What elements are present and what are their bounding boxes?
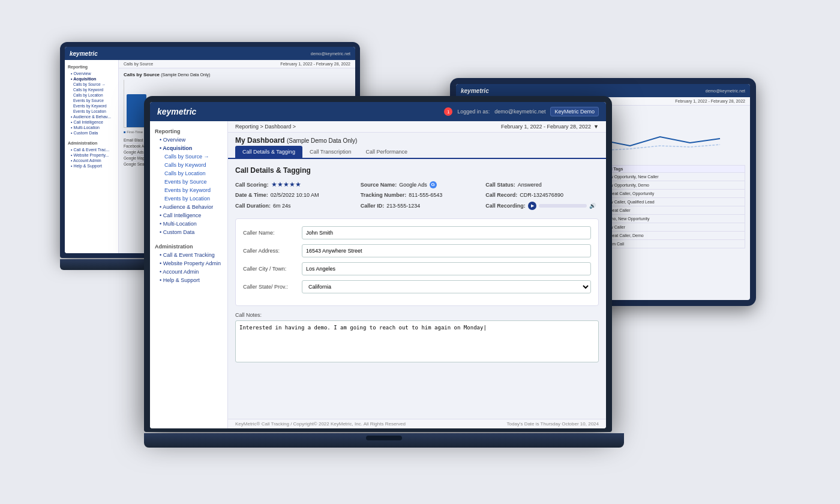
caller-city-input[interactable]	[302, 262, 591, 275]
administration-section: Administration	[150, 241, 227, 251]
page-title: My Dashboard (Sample Demo Data Only)	[228, 133, 606, 146]
tab-call-transcription[interactable]: Call Transcription	[302, 146, 359, 158]
breadcrumb: Reporting > Dashboard >	[235, 124, 296, 130]
sidebar-item-acquisition[interactable]: • Acquisition	[150, 144, 227, 152]
sidebar-item-help-support[interactable]: • Help & Support	[150, 276, 227, 284]
caller-name-row: Caller Name:	[243, 226, 591, 239]
laptop-front-base	[144, 433, 624, 448]
caller-name-label: Caller Name:	[243, 230, 297, 236]
sidebar-item-audience[interactable]: • Audience & Behavior	[150, 203, 227, 211]
sidebar-item-calls-by-keyword[interactable]: Calls by Keyword	[150, 161, 227, 169]
back-left-header: keymetric demo@keymetric.net	[65, 47, 355, 60]
laptop-front: keymetric 1 Logged in as: demo@keymetric…	[144, 96, 624, 480]
sidebar-item-account-admin[interactable]: • Account Admin	[150, 268, 227, 276]
call-notes-label: Call Notes:	[235, 312, 599, 318]
call-scoring-item: Call Scoring: ★★★★★	[235, 181, 349, 188]
back-right-user: demo@keymetric.net	[706, 89, 745, 93]
caller-state-label: Caller State/ Prov.:	[243, 284, 297, 290]
sidebar-item-call-event-tracking[interactable]: • Call & Event Tracking	[150, 251, 227, 259]
back-right-logo: keymetric	[461, 88, 489, 94]
main-header: keymetric 1 Logged in as: demo@keymetric…	[150, 102, 606, 121]
audio-progress-bar	[539, 204, 587, 208]
sidebar-item-calls-by-source[interactable]: Calls by Source →	[150, 152, 227, 161]
caller-name-input[interactable]	[302, 226, 591, 239]
sidebar-item-events-by-location[interactable]: Events by Location	[150, 194, 227, 203]
notification-bell[interactable]: 1	[444, 107, 452, 116]
call-duration-item: Call Duration: 6m 24s	[235, 202, 349, 210]
reporting-section: Reporting	[150, 126, 227, 136]
header-right: 1 Logged in as: demo@keymetric.net KeyMe…	[444, 107, 599, 116]
play-button[interactable]	[528, 202, 536, 210]
sidebar-item-overview[interactable]: • Overview	[150, 136, 227, 144]
tab-bar: Call Details & Tagging Call Transcriptio…	[228, 146, 606, 159]
speaker-icon: 🔊	[589, 203, 596, 209]
call-recording-item: Call Recording: 🔊	[485, 202, 599, 210]
google-icon: G	[430, 181, 437, 188]
caller-city-row: Caller City / Town:	[243, 262, 591, 275]
caller-address-row: Caller Address:	[243, 244, 591, 257]
call-stars: ★★★★★	[271, 181, 301, 188]
sidebar-item-website-property[interactable]: • Website Property Admin	[150, 259, 227, 268]
sidebar-item-call-intelligence[interactable]: • Call Intelligence	[150, 211, 227, 220]
call-notes-section: Call Notes: Interested in having a demo.…	[235, 312, 599, 365]
back-left-date-range: Calls by Source February 1, 2022 - Febru…	[119, 60, 355, 68]
caller-city-label: Caller City / Town:	[243, 266, 297, 272]
back-right-header: keymetric demo@keymetric.net	[456, 84, 750, 97]
caller-id-item: Caller ID: 213-555-1234	[361, 202, 474, 210]
caller-form: Caller Name: Caller Address: Caller City…	[235, 218, 599, 306]
main-logo: keymetric	[157, 107, 196, 116]
caller-address-label: Caller Address:	[243, 248, 297, 254]
source-name-item: Source Name: Google Ads G	[361, 181, 474, 188]
main-sidebar: Reporting • Overview • Acquisition Calls…	[150, 121, 228, 428]
sidebar-item-multi-location[interactable]: • Multi-Location	[150, 220, 227, 228]
back-left-sidebar: Reporting • Overview • Acquisition Calls…	[65, 60, 119, 253]
demo-dropdown[interactable]: KeyMetric Demo	[550, 107, 599, 116]
sidebar-item-custom-data[interactable]: • Custom Data	[150, 228, 227, 236]
sidebar-item-calls-by-location[interactable]: Calls by Location	[150, 169, 227, 178]
tracking-number-item: Tracking Number: 811-555-6543	[361, 192, 474, 198]
tab-call-performance[interactable]: Call Performance	[358, 146, 415, 158]
back-left-logo: keymetric	[70, 50, 98, 57]
date-range-selector[interactable]: February 1, 2022 - February 28, 2022 ▼	[501, 124, 599, 130]
call-record-item: Call Record: CDR-1324576890	[485, 192, 599, 198]
sidebar-item-events-by-source[interactable]: Events by Source	[150, 178, 227, 186]
tab-call-details[interactable]: Call Details & Tagging	[235, 146, 302, 158]
caller-state-select[interactable]: California New York Texas	[302, 280, 591, 293]
caller-address-input[interactable]	[302, 244, 591, 257]
panel-title: Call Details & Tagging	[235, 166, 599, 175]
date-time-item: Date & Time: 02/5/2022 10:10 AM	[235, 192, 349, 198]
sidebar-item-events-by-keyword[interactable]: Events by Keyword	[150, 186, 227, 194]
call-info-grid: Call Scoring: ★★★★★ Source Name: Google …	[235, 181, 599, 210]
main-footer: KeyMetric® Call Tracking / Copyright© 20…	[228, 419, 606, 428]
subheader: Reporting > Dashboard > February 1, 2022…	[228, 121, 606, 133]
call-details-panel: Call Details & Tagging Call Scoring: ★★★…	[228, 159, 606, 419]
call-notes-textarea[interactable]: Interested in having a demo. I am going …	[235, 320, 599, 362]
caller-state-row: Caller State/ Prov.: California New York…	[243, 280, 591, 293]
back-left-user: demo@keymetric.net	[311, 52, 350, 56]
call-status-item: Call Status: Answered	[485, 181, 599, 188]
back-left-chart-title: Calls by Source (Sample Demo Data Only)	[124, 72, 350, 77]
